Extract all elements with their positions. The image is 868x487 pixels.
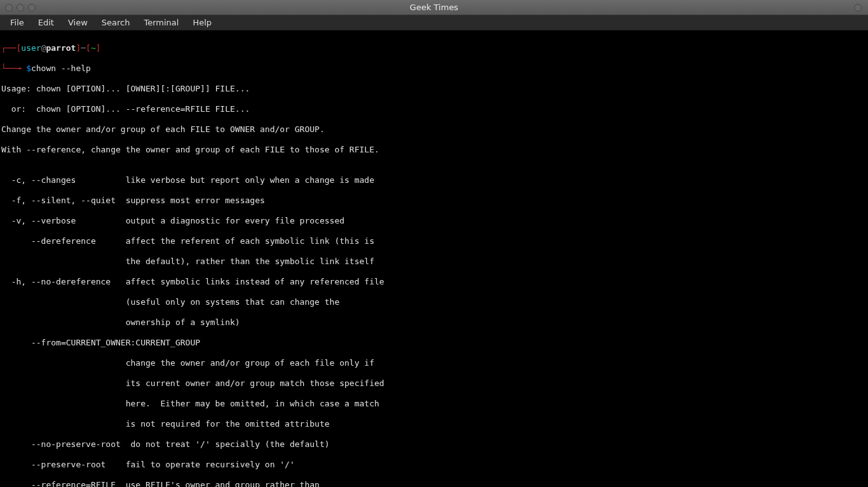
output-line: change the owner and/or group of each fi… [1,358,867,368]
menu-search[interactable]: Search [95,17,137,29]
menubar: File Edit View Search Terminal Help [0,15,868,30]
output-line: --reference=RFILE use RFILE's owner and … [1,480,867,487]
window-title: Geek Times [0,3,868,12]
window-controls-right [854,4,868,11]
prompt-line-1: ┌──[user@parrot]─[~] [1,43,867,53]
prompt-corner-top: ┌──[ [1,43,21,53]
prompt-path: ~ [91,43,96,53]
prompt-rbracket2: ] [96,43,101,53]
prompt-lbracket2: [ [86,43,91,53]
output-line: --from=CURRENT_OWNER:CURRENT_GROUP [1,338,867,348]
window-controls-left [0,4,36,11]
prompt-user: user [21,43,41,53]
prompt-dash: ─ [81,43,86,53]
settings-icon[interactable] [854,4,862,11]
output-line: its current owner and/or group match tho… [1,378,867,389]
window-titlebar: Geek Times [0,0,868,15]
output-line: --dereference affect the referent of eac… [1,236,867,246]
output-line: the default), rather than the symbolic l… [1,257,867,267]
prompt-dollar: $ [26,63,31,73]
output-line: ownership of a symlink) [1,317,867,328]
menu-terminal[interactable]: Terminal [137,17,185,29]
output-line: --no-preserve-root do not treat '/' spec… [1,439,867,450]
close-icon[interactable] [5,4,13,11]
terminal-output-area[interactable]: ┌──[user@parrot]─[~] └──╼ $chown --help … [0,30,868,487]
output-line: --preserve-root fail to operate recursiv… [1,460,867,470]
output-line: -f, --silent, --quiet suppress most erro… [1,196,867,206]
output-line: or: chown [OPTION]... --reference=RFILE … [1,104,867,114]
output-line: With --reference, change the owner and g… [1,145,867,155]
output-line: Usage: chown [OPTION]... [OWNER][:[GROUP… [1,84,867,94]
prompt-command: chown --help [31,63,91,73]
output-line: here. Either may be omitted, in which ca… [1,399,867,409]
minimize-icon[interactable] [17,4,24,11]
output-line: -h, --no-dereference affect symbolic lin… [1,277,867,287]
output-line: (useful only on systems that can change … [1,297,867,307]
output-line: -c, --changes like verbose but report on… [1,175,867,185]
maximize-icon[interactable] [28,4,36,11]
output-line: Change the owner and/or group of each FI… [1,124,867,135]
menu-view[interactable]: View [62,17,94,29]
menu-edit[interactable]: Edit [32,17,60,29]
menu-file[interactable]: File [4,17,31,29]
prompt-line-2: └──╼ $chown --help [1,63,867,74]
menu-help[interactable]: Help [186,17,218,29]
prompt-host: parrot [46,43,76,53]
prompt-corner-bottom: └──╼ [1,63,26,73]
output-line: is not required for the omitted attribut… [1,419,867,429]
output-line: -v, --verbose output a diagnostic for ev… [1,216,867,226]
